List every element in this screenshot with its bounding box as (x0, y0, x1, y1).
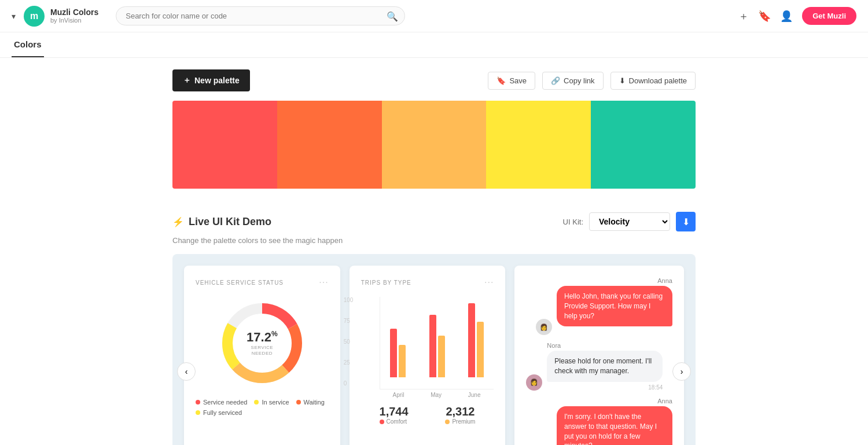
palette-toolbar: ＋ New palette 🔖 Save 🔗 Copy link ⬇ Downl… (172, 69, 696, 91)
bar-group-june (458, 303, 494, 377)
brand-text: Muzli Colors by InVision (50, 8, 98, 25)
legend-dot-in-service (254, 400, 259, 404)
chat-item-2: Anna I'm sorry. I don't have the answer … (526, 398, 672, 445)
bar-april-2 (399, 345, 406, 377)
new-palette-button[interactable]: ＋ New palette (172, 69, 250, 91)
brand-name: Muzli Colors (50, 8, 98, 17)
user-button[interactable]: 👤 (780, 10, 793, 23)
bar-group-april (380, 329, 416, 377)
bar-april-1 (390, 329, 397, 377)
vehicle-card-title: VEHICLE SERVICE STATUS ··· (196, 277, 329, 288)
bar-chart-container: 100 75 50 25 0 (361, 297, 494, 398)
stat-label-premium: Premium (445, 418, 475, 425)
chat-bubble-text-anna-2: I'm sorry. I don't have the answer to th… (557, 406, 672, 445)
uikit-header: ⚡ Live UI Kit Demo UI Kit: Velocity Mate… (172, 212, 696, 231)
uikit-label: UI Kit: (563, 218, 583, 226)
vehicle-service-card: VEHICLE SERVICE STATUS ··· (184, 266, 340, 445)
legend-label-fully-serviced: Fully serviced (203, 409, 242, 416)
bookmark-icon: 🔖 (496, 76, 506, 85)
bar-june-2 (477, 322, 484, 377)
new-palette-label: New palette (194, 76, 240, 85)
copy-link-button[interactable]: 🔗 Copy link (542, 72, 603, 90)
legend-label-service-needed: Service needed (203, 399, 247, 406)
tab-bar: Colors (0, 32, 868, 58)
palette-actions: 🔖 Save 🔗 Copy link ⬇ Download palette (488, 72, 696, 90)
menu-button[interactable]: ▾ (12, 12, 16, 21)
uikit-controls: UI Kit: Velocity Material Bootstrap ⬇ (563, 212, 696, 231)
search-container: 🔍 (116, 6, 405, 25)
donut-label: SERVICENEEDED (247, 345, 278, 357)
demo-area: ‹ › VEHICLE SERVICE STATUS ··· (172, 254, 696, 445)
bar-chart (380, 297, 494, 389)
swatch-0[interactable] (172, 101, 277, 189)
chat-item-1: Nora 👩 Please hold for one moment. I'll … (526, 342, 672, 391)
chat-row-anna-1: Hello John, thank you for calling Provid… (526, 286, 672, 335)
main-content: ＋ New palette 🔖 Save 🔗 Copy link ⬇ Downl… (0, 58, 868, 445)
bar-may-2 (438, 336, 445, 377)
prev-button[interactable]: ‹ (177, 362, 196, 381)
chat-avatar-anna-1: 👩 (536, 319, 552, 335)
legend-dot-service-needed (196, 400, 200, 404)
legend-dot-waiting (296, 400, 301, 404)
download-palette-button[interactable]: ⬇ Download palette (610, 72, 696, 90)
bookmark-button[interactable]: 🔖 (758, 10, 771, 23)
donut-percentage: 17.2% (247, 330, 278, 345)
brand-logo: m (24, 6, 45, 27)
trips-card-menu[interactable]: ··· (484, 277, 494, 288)
header: ▾ m Muzli Colors by InVision 🔍 ＋ 🔖 👤 Get… (0, 0, 868, 32)
link-icon: 🔗 (551, 76, 560, 85)
header-actions: ＋ 🔖 👤 Get Muzli (738, 7, 856, 25)
stat-dot-premium (445, 420, 450, 424)
next-button[interactable]: › (672, 362, 691, 381)
swatch-1[interactable] (277, 101, 382, 189)
chat-sender-anna-1: Anna (526, 277, 672, 284)
add-button[interactable]: ＋ (738, 9, 749, 23)
chat-bubble-anna-1: Hello John, thank you for calling Provid… (557, 286, 672, 335)
bar-group-may (419, 315, 455, 377)
swatch-4[interactable] (591, 101, 696, 189)
search-input[interactable] (116, 6, 405, 25)
brand-initial: m (30, 11, 38, 21)
uikit-download-button[interactable]: ⬇ (676, 212, 696, 231)
trips-card-title: TRIPS BY TYPE ··· (361, 277, 494, 288)
uikit-select[interactable]: Velocity Material Bootstrap (589, 212, 670, 231)
legend-label-waiting: Waiting (304, 399, 325, 406)
y-axis-labels: 100 75 50 25 0 (344, 297, 354, 387)
download-icon: ⬇ (619, 76, 626, 85)
swatch-2[interactable] (382, 101, 487, 189)
stat-value-comfort: 1,744 (380, 405, 409, 418)
chat-bubble-text-nora: Please hold for one moment. I'll check w… (547, 351, 663, 382)
bar-june-1 (468, 303, 475, 377)
chat-sender-anna-2: Anna (526, 398, 672, 404)
tab-colors[interactable]: Colors (12, 32, 44, 57)
stat-premium: 2,312 Premium (445, 405, 475, 425)
vehicle-legend: Service needed In service Waiting Fully … (196, 399, 329, 416)
chart-stats: 1,744 Comfort 2,312 Premium (361, 405, 494, 425)
uikit-title: Live UI Kit Demo (189, 216, 271, 228)
brand-sub: by InVision (50, 17, 98, 24)
chat-bubble-text-anna-1: Hello John, thank you for calling Provid… (557, 286, 672, 326)
chat-item-0: Anna Hello John, thank you for calling P… (526, 277, 672, 335)
save-button[interactable]: 🔖 Save (488, 72, 535, 90)
stat-dot-comfort (380, 420, 384, 424)
chat-row-nora: 👩 Please hold for one moment. I'll check… (526, 351, 672, 391)
vehicle-card-menu[interactable]: ··· (319, 277, 328, 288)
chat-card: Anna Hello John, thank you for calling P… (514, 266, 684, 445)
swatch-3[interactable] (486, 101, 591, 189)
donut-chart: 17.2% SERVICENEEDED (196, 297, 329, 389)
uikit-subtitle: Change the palette colors to see the mag… (172, 236, 696, 245)
chat-time-nora: 18:54 (547, 384, 663, 391)
legend-in-service: In service (254, 399, 289, 406)
get-muzli-button[interactable]: Get Muzli (802, 7, 856, 25)
legend-service-needed: Service needed (196, 399, 247, 406)
lightning-icon: ⚡ (172, 216, 184, 227)
stat-value-premium: 2,312 (445, 405, 475, 418)
color-swatches (172, 101, 696, 189)
brand: ▾ m Muzli Colors by InVision (12, 6, 98, 27)
chat-bubble-anna-2: I'm sorry. I don't have the answer to th… (557, 406, 672, 445)
legend-fully-serviced: Fully serviced (196, 409, 242, 416)
stat-comfort: 1,744 Comfort (380, 405, 409, 425)
chat-row-anna-2: I'm sorry. I don't have the answer to th… (526, 406, 672, 445)
search-icon: 🔍 (387, 10, 398, 21)
legend-dot-fully-serviced (196, 410, 200, 415)
